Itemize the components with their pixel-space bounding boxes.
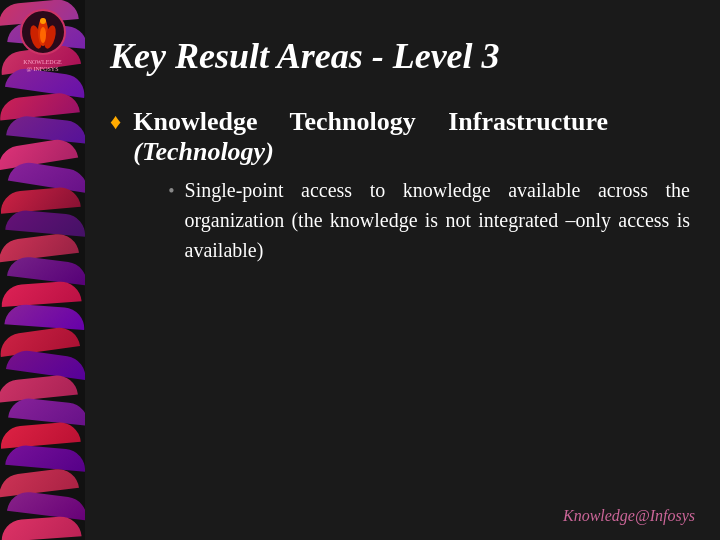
bullet-main-text: Knowledge Technology Infrastructure (Tec… (133, 107, 690, 167)
keyword-technology-italic: (Technology) (133, 137, 274, 166)
sub-bullet-item: • Single-point access to knowledge avail… (168, 175, 690, 265)
spiral-segment (4, 304, 85, 331)
main-content: Key Result Areas - Level 3 ♦ Knowledge T… (90, 0, 720, 540)
keyword-knowledge: Knowledge (133, 107, 257, 136)
sub-bullet-container: • Single-point access to knowledge avail… (168, 175, 690, 265)
keyword-infrastructure: Infrastructure (448, 107, 608, 136)
spiral-segment (0, 421, 80, 449)
spiral-segment (0, 280, 81, 307)
logo-area: KNOWLEDGE @ INFOSYS (5, 5, 80, 75)
keyword-technology: Technology (290, 107, 416, 136)
bullet-main-text-container: Knowledge Technology Infrastructure (Tec… (133, 107, 690, 265)
svg-point-4 (40, 27, 46, 43)
svg-point-5 (40, 18, 46, 24)
bullet-diamond-icon: ♦ (110, 109, 121, 135)
spiral-segment (6, 490, 85, 521)
content-area: ♦ Knowledge Technology Infrastructure (T… (110, 107, 690, 520)
slide: KNOWLEDGE @ INFOSYS Key Result Areas - L… (0, 0, 720, 540)
spiral-segment (6, 115, 85, 145)
spiral-segment (0, 515, 81, 540)
spiral-segment (0, 186, 80, 214)
logo-text: KNOWLEDGE @ INFOSYS (23, 59, 61, 73)
spiral-segment (5, 209, 85, 237)
sub-bullet-dot-icon: • (168, 178, 174, 205)
footer-text: Knowledge@Infosys (563, 507, 695, 525)
knowledge-infosys-logo-icon (18, 7, 68, 57)
slide-title: Key Result Areas - Level 3 (110, 35, 690, 77)
spiral-segment (8, 397, 85, 427)
spiral-segment (5, 444, 85, 472)
spiral-segment (0, 91, 79, 121)
spiral-segment (6, 255, 85, 286)
left-sidebar (0, 0, 85, 540)
sub-bullet-text: Single-point access to knowledge availab… (185, 175, 690, 265)
bullet-item: ♦ Knowledge Technology Infrastructure (T… (110, 107, 690, 265)
